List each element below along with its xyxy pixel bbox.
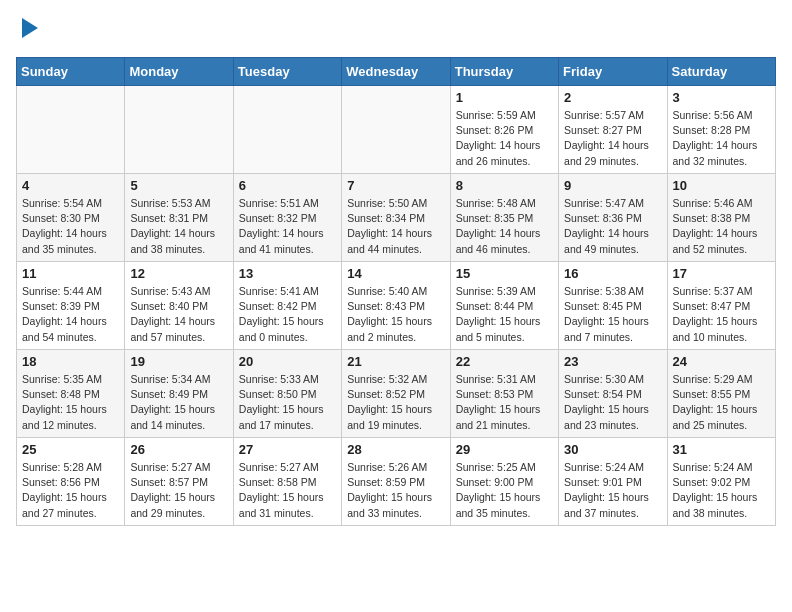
- day-number: 8: [456, 178, 553, 193]
- day-info: Sunrise: 5:39 AM Sunset: 8:44 PM Dayligh…: [456, 284, 553, 345]
- day-info: Sunrise: 5:29 AM Sunset: 8:55 PM Dayligh…: [673, 372, 770, 433]
- logo-text: [16, 16, 42, 45]
- day-info: Sunrise: 5:51 AM Sunset: 8:32 PM Dayligh…: [239, 196, 336, 257]
- day-info: Sunrise: 5:30 AM Sunset: 8:54 PM Dayligh…: [564, 372, 661, 433]
- day-cell: 1Sunrise: 5:59 AM Sunset: 8:26 PM Daylig…: [450, 86, 558, 174]
- day-info: Sunrise: 5:48 AM Sunset: 8:35 PM Dayligh…: [456, 196, 553, 257]
- day-number: 3: [673, 90, 770, 105]
- day-cell: 21Sunrise: 5:32 AM Sunset: 8:52 PM Dayli…: [342, 350, 450, 438]
- day-number: 29: [456, 442, 553, 457]
- day-header-saturday: Saturday: [667, 58, 775, 86]
- day-number: 26: [130, 442, 227, 457]
- day-header-tuesday: Tuesday: [233, 58, 341, 86]
- day-info: Sunrise: 5:24 AM Sunset: 9:02 PM Dayligh…: [673, 460, 770, 521]
- day-info: Sunrise: 5:37 AM Sunset: 8:47 PM Dayligh…: [673, 284, 770, 345]
- day-number: 10: [673, 178, 770, 193]
- day-number: 31: [673, 442, 770, 457]
- day-info: Sunrise: 5:26 AM Sunset: 8:59 PM Dayligh…: [347, 460, 444, 521]
- day-info: Sunrise: 5:33 AM Sunset: 8:50 PM Dayligh…: [239, 372, 336, 433]
- day-cell: 3Sunrise: 5:56 AM Sunset: 8:28 PM Daylig…: [667, 86, 775, 174]
- page-header: [16, 16, 776, 45]
- day-number: 5: [130, 178, 227, 193]
- day-cell: 29Sunrise: 5:25 AM Sunset: 9:00 PM Dayli…: [450, 438, 558, 526]
- day-number: 19: [130, 354, 227, 369]
- day-number: 9: [564, 178, 661, 193]
- week-row-5: 25Sunrise: 5:28 AM Sunset: 8:56 PM Dayli…: [17, 438, 776, 526]
- day-cell: 4Sunrise: 5:54 AM Sunset: 8:30 PM Daylig…: [17, 174, 125, 262]
- week-row-4: 18Sunrise: 5:35 AM Sunset: 8:48 PM Dayli…: [17, 350, 776, 438]
- day-number: 17: [673, 266, 770, 281]
- day-cell: [233, 86, 341, 174]
- day-info: Sunrise: 5:35 AM Sunset: 8:48 PM Dayligh…: [22, 372, 119, 433]
- day-cell: 14Sunrise: 5:40 AM Sunset: 8:43 PM Dayli…: [342, 262, 450, 350]
- day-header-sunday: Sunday: [17, 58, 125, 86]
- day-number: 12: [130, 266, 227, 281]
- day-number: 27: [239, 442, 336, 457]
- day-cell: 23Sunrise: 5:30 AM Sunset: 8:54 PM Dayli…: [559, 350, 667, 438]
- day-cell: [125, 86, 233, 174]
- day-info: Sunrise: 5:31 AM Sunset: 8:53 PM Dayligh…: [456, 372, 553, 433]
- day-info: Sunrise: 5:40 AM Sunset: 8:43 PM Dayligh…: [347, 284, 444, 345]
- day-cell: 9Sunrise: 5:47 AM Sunset: 8:36 PM Daylig…: [559, 174, 667, 262]
- week-row-3: 11Sunrise: 5:44 AM Sunset: 8:39 PM Dayli…: [17, 262, 776, 350]
- day-header-friday: Friday: [559, 58, 667, 86]
- day-number: 28: [347, 442, 444, 457]
- day-cell: 6Sunrise: 5:51 AM Sunset: 8:32 PM Daylig…: [233, 174, 341, 262]
- day-cell: 10Sunrise: 5:46 AM Sunset: 8:38 PM Dayli…: [667, 174, 775, 262]
- day-info: Sunrise: 5:44 AM Sunset: 8:39 PM Dayligh…: [22, 284, 119, 345]
- day-cell: 18Sunrise: 5:35 AM Sunset: 8:48 PM Dayli…: [17, 350, 125, 438]
- day-number: 23: [564, 354, 661, 369]
- day-number: 1: [456, 90, 553, 105]
- day-number: 7: [347, 178, 444, 193]
- svg-marker-0: [22, 18, 38, 38]
- day-number: 2: [564, 90, 661, 105]
- day-number: 13: [239, 266, 336, 281]
- day-number: 16: [564, 266, 661, 281]
- day-number: 24: [673, 354, 770, 369]
- day-cell: [342, 86, 450, 174]
- day-cell: 11Sunrise: 5:44 AM Sunset: 8:39 PM Dayli…: [17, 262, 125, 350]
- day-info: Sunrise: 5:53 AM Sunset: 8:31 PM Dayligh…: [130, 196, 227, 257]
- day-info: Sunrise: 5:43 AM Sunset: 8:40 PM Dayligh…: [130, 284, 227, 345]
- day-info: Sunrise: 5:47 AM Sunset: 8:36 PM Dayligh…: [564, 196, 661, 257]
- day-number: 21: [347, 354, 444, 369]
- day-cell: 20Sunrise: 5:33 AM Sunset: 8:50 PM Dayli…: [233, 350, 341, 438]
- day-cell: 15Sunrise: 5:39 AM Sunset: 8:44 PM Dayli…: [450, 262, 558, 350]
- week-row-2: 4Sunrise: 5:54 AM Sunset: 8:30 PM Daylig…: [17, 174, 776, 262]
- logo: [16, 16, 42, 45]
- day-number: 22: [456, 354, 553, 369]
- day-header-wednesday: Wednesday: [342, 58, 450, 86]
- day-info: Sunrise: 5:50 AM Sunset: 8:34 PM Dayligh…: [347, 196, 444, 257]
- day-info: Sunrise: 5:41 AM Sunset: 8:42 PM Dayligh…: [239, 284, 336, 345]
- calendar-table: SundayMondayTuesdayWednesdayThursdayFrid…: [16, 57, 776, 526]
- day-header-monday: Monday: [125, 58, 233, 86]
- day-number: 6: [239, 178, 336, 193]
- day-cell: 2Sunrise: 5:57 AM Sunset: 8:27 PM Daylig…: [559, 86, 667, 174]
- day-number: 18: [22, 354, 119, 369]
- day-cell: 25Sunrise: 5:28 AM Sunset: 8:56 PM Dayli…: [17, 438, 125, 526]
- logo-flag-icon: [18, 16, 42, 40]
- day-number: 25: [22, 442, 119, 457]
- day-number: 4: [22, 178, 119, 193]
- day-info: Sunrise: 5:28 AM Sunset: 8:56 PM Dayligh…: [22, 460, 119, 521]
- day-cell: 19Sunrise: 5:34 AM Sunset: 8:49 PM Dayli…: [125, 350, 233, 438]
- day-cell: 17Sunrise: 5:37 AM Sunset: 8:47 PM Dayli…: [667, 262, 775, 350]
- day-cell: 13Sunrise: 5:41 AM Sunset: 8:42 PM Dayli…: [233, 262, 341, 350]
- day-cell: 16Sunrise: 5:38 AM Sunset: 8:45 PM Dayli…: [559, 262, 667, 350]
- day-cell: 7Sunrise: 5:50 AM Sunset: 8:34 PM Daylig…: [342, 174, 450, 262]
- day-info: Sunrise: 5:27 AM Sunset: 8:57 PM Dayligh…: [130, 460, 227, 521]
- day-info: Sunrise: 5:27 AM Sunset: 8:58 PM Dayligh…: [239, 460, 336, 521]
- day-number: 11: [22, 266, 119, 281]
- day-cell: 31Sunrise: 5:24 AM Sunset: 9:02 PM Dayli…: [667, 438, 775, 526]
- day-info: Sunrise: 5:59 AM Sunset: 8:26 PM Dayligh…: [456, 108, 553, 169]
- day-header-thursday: Thursday: [450, 58, 558, 86]
- day-number: 20: [239, 354, 336, 369]
- day-cell: 30Sunrise: 5:24 AM Sunset: 9:01 PM Dayli…: [559, 438, 667, 526]
- day-info: Sunrise: 5:24 AM Sunset: 9:01 PM Dayligh…: [564, 460, 661, 521]
- day-number: 15: [456, 266, 553, 281]
- day-info: Sunrise: 5:25 AM Sunset: 9:00 PM Dayligh…: [456, 460, 553, 521]
- day-info: Sunrise: 5:34 AM Sunset: 8:49 PM Dayligh…: [130, 372, 227, 433]
- day-cell: 24Sunrise: 5:29 AM Sunset: 8:55 PM Dayli…: [667, 350, 775, 438]
- day-cell: 5Sunrise: 5:53 AM Sunset: 8:31 PM Daylig…: [125, 174, 233, 262]
- day-cell: 12Sunrise: 5:43 AM Sunset: 8:40 PM Dayli…: [125, 262, 233, 350]
